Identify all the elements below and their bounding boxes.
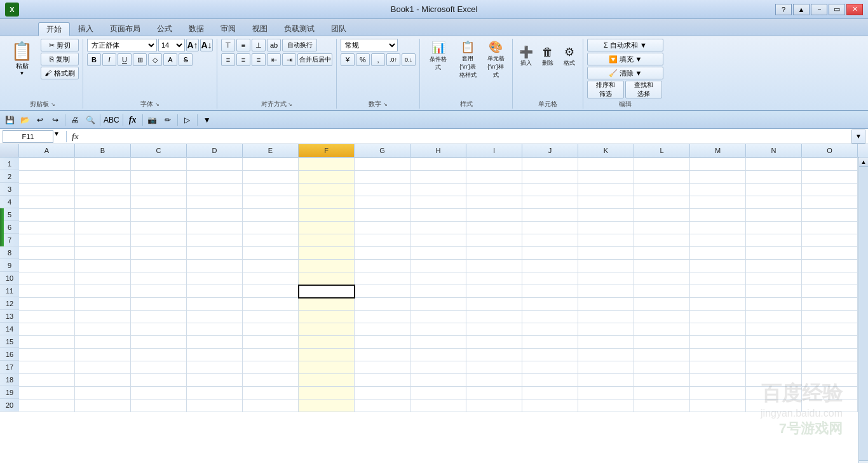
cell-1-13[interactable] [746,158,802,171]
cell-4-12[interactable] [690,196,746,209]
decimal-increase-button[interactable]: .0↑ [386,53,400,66]
cell-19-7[interactable] [410,387,466,399]
cell-15-0[interactable] [19,336,75,349]
tab-review[interactable]: 审阅 [212,22,244,36]
cell-1-10[interactable] [578,158,634,171]
cell-6-14[interactable] [802,222,858,234]
cell-17-9[interactable] [522,361,578,374]
cell-1-6[interactable] [355,158,410,171]
cell-13-5[interactable] [299,311,355,323]
cell-14-1[interactable] [75,323,131,336]
cell-3-1[interactable] [75,184,131,196]
cell-12-9[interactable] [522,298,578,311]
conditional-format-button[interactable]: 📊 条件格式 [424,39,452,74]
cell-15-11[interactable] [634,336,690,349]
cell-15-10[interactable] [578,336,634,349]
cell-2-13[interactable] [746,171,802,184]
cell-16-11[interactable] [634,349,690,361]
cell-19-3[interactable] [187,387,243,399]
cell-6-8[interactable] [466,222,522,234]
comma-button[interactable]: , [371,53,385,66]
cell-4-7[interactable] [410,196,466,209]
col-header-n[interactable]: N [746,144,802,157]
cell-8-1[interactable] [75,247,131,260]
undo-button[interactable]: ↩ [33,113,47,127]
cell-14-8[interactable] [466,323,522,336]
cell-11-3[interactable] [187,285,243,298]
cell-9-6[interactable] [355,260,410,272]
cell-7-11[interactable] [634,234,690,247]
cell-8-11[interactable] [634,247,690,260]
fill-button[interactable]: 🔽 填充 ▼ [587,53,663,65]
cell-5-0[interactable] [19,209,75,222]
cell-13-14[interactable] [802,311,858,323]
cell-13-0[interactable] [19,311,75,323]
cell-4-10[interactable] [578,196,634,209]
cell-17-3[interactable] [187,361,243,374]
paste-button[interactable]: 📋 粘贴 ▼ [6,39,37,78]
col-header-g[interactable]: G [355,144,410,157]
col-header-a[interactable]: A [19,144,75,157]
underline-button[interactable]: U [118,53,132,66]
cell-5-11[interactable] [634,209,690,222]
cell-12-12[interactable] [690,298,746,311]
cell-11-8[interactable] [466,285,522,298]
cell-11-13[interactable] [746,285,802,298]
cell-7-8[interactable] [466,234,522,247]
cell-18-10[interactable] [578,374,634,387]
cell-3-2[interactable] [131,184,187,196]
cell-2-0[interactable] [19,171,75,184]
cell-5-13[interactable] [746,209,802,222]
row-header-18[interactable]: 18 [0,373,19,386]
clear-button[interactable]: 🧹 清除 ▼ [587,67,663,79]
cell-15-2[interactable] [131,336,187,349]
cell-5-8[interactable] [466,209,522,222]
border-button[interactable]: ⊞ [133,53,147,66]
cell-14-2[interactable] [131,323,187,336]
cell-20-2[interactable] [131,399,187,412]
cell-15-14[interactable] [802,336,858,349]
cell-19-0[interactable] [19,387,75,399]
cell-10-11[interactable] [634,272,690,285]
cell-2-14[interactable] [802,171,858,184]
cell-5-1[interactable] [75,209,131,222]
cell-8-8[interactable] [466,247,522,260]
cell-6-13[interactable] [746,222,802,234]
cell-16-13[interactable] [746,349,802,361]
cut-button[interactable]: ✂ 剪切 [41,39,79,51]
cell-2-8[interactable] [466,171,522,184]
row-header-19[interactable]: 19 [0,386,19,399]
cell-18-1[interactable] [75,374,131,387]
save-toolbar-button[interactable]: 💾 [3,113,17,127]
cell-2-3[interactable] [187,171,243,184]
cell-16-7[interactable] [410,349,466,361]
cell-19-14[interactable] [802,387,858,399]
cell-13-13[interactable] [746,311,802,323]
cell-19-11[interactable] [634,387,690,399]
cell-17-14[interactable] [802,361,858,374]
cell-12-7[interactable] [410,298,466,311]
cell-17-2[interactable] [131,361,187,374]
cell-17-13[interactable] [746,361,802,374]
tab-team[interactable]: 团队 [323,22,355,36]
cell-15-3[interactable] [187,336,243,349]
cell-7-9[interactable] [522,234,578,247]
cell-1-9[interactable] [522,158,578,171]
cell-4-5[interactable] [299,196,355,209]
cell-18-12[interactable] [690,374,746,387]
percent-button[interactable]: % [356,53,370,66]
cell-4-8[interactable] [466,196,522,209]
row-header-2[interactable]: 2 [0,170,19,183]
cell-5-5[interactable] [299,209,355,222]
cell-17-5[interactable] [299,361,355,374]
cell-14-5[interactable] [299,323,355,336]
cell-5-2[interactable] [131,209,187,222]
cell-20-12[interactable] [690,399,746,412]
copy-button[interactable]: ⎘ 复制 [41,53,79,65]
close-button[interactable]: ✕ [846,4,863,15]
cell-6-4[interactable] [243,222,299,234]
cell-6-6[interactable] [355,222,410,234]
cell-17-4[interactable] [243,361,299,374]
cell-7-14[interactable] [802,234,858,247]
cell-7-2[interactable] [131,234,187,247]
